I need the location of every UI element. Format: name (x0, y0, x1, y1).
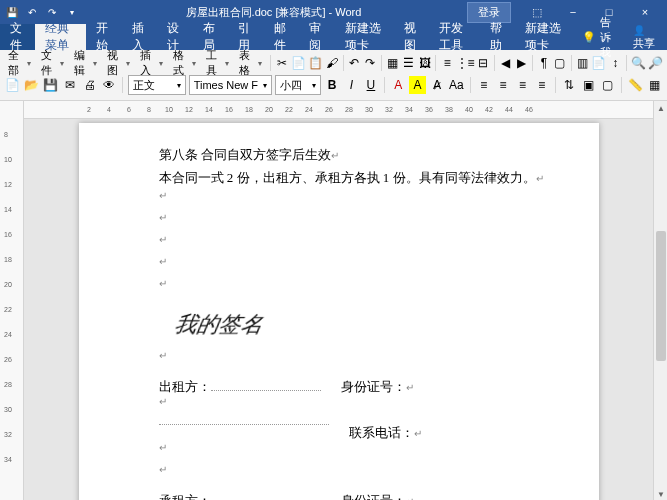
vertical-scrollbar[interactable]: ▲ ▼ (653, 101, 667, 500)
find-icon[interactable]: 🔎 (648, 54, 663, 72)
save2-icon[interactable]: 💾 (43, 76, 59, 94)
menu-edit[interactable]: 编辑 (70, 46, 101, 80)
dec-indent-icon[interactable]: ◀ (499, 54, 513, 72)
tell-me[interactable]: 💡 告诉我 (574, 15, 623, 60)
scroll-up-icon[interactable]: ▲ (654, 101, 667, 115)
italic-button[interactable]: I (343, 76, 359, 94)
empty-para (159, 234, 549, 256)
share-label: 共享 (633, 37, 655, 49)
ribbon: 全部 文件 编辑 视图 插入 格式 工具 表格 ✂ 📄 📋 🖌 ↶ ↷ ▦ ☰ … (0, 50, 667, 101)
workspace: 8 10 12 14 16 18 20 22 24 26 28 30 32 34… (0, 101, 667, 500)
menu-all[interactable]: 全部 (4, 46, 35, 80)
empty-para (159, 350, 549, 372)
border2-icon[interactable]: ▢ (600, 76, 616, 94)
font-combo[interactable]: Times New F▾ (189, 75, 272, 95)
underline-button[interactable]: U (363, 76, 379, 94)
redo2-icon[interactable]: ↷ (363, 54, 377, 72)
align-center-icon[interactable]: ≡ (495, 76, 511, 94)
tab-devtools[interactable]: 开发工具 (429, 24, 480, 50)
id-label-2: 身份证号： (341, 492, 406, 500)
zoom-icon[interactable]: 🔍 (631, 54, 646, 72)
share-icon: 👤 (633, 25, 645, 36)
signature-image: 我的签名 (172, 310, 551, 340)
style-combo[interactable]: 正文▾ (128, 75, 185, 95)
image-icon[interactable]: 🖼 (418, 54, 432, 72)
tab-newtab1[interactable]: 新建选项卡 (335, 24, 394, 50)
multilevel-icon[interactable]: ⊟ (476, 54, 490, 72)
empty-para (159, 256, 549, 278)
borders-icon[interactable]: ▢ (553, 54, 567, 72)
align-right-icon[interactable]: ≡ (514, 76, 530, 94)
tab-review[interactable]: 审阅 (299, 24, 334, 50)
table-icon[interactable]: ▦ (386, 54, 400, 72)
font-value: Times New F (194, 79, 258, 91)
qat-more-icon[interactable]: ▾ (64, 4, 80, 20)
tab-help[interactable]: 帮助 (480, 24, 515, 50)
bullets-icon[interactable]: ≡ (440, 54, 454, 72)
phonetic-icon[interactable]: Aa (448, 76, 464, 94)
lessee-label: 承租方： (159, 492, 211, 500)
new-doc-icon[interactable]: 📄 (4, 76, 20, 94)
undo2-icon[interactable]: ↶ (348, 54, 362, 72)
align-left-icon[interactable]: ≡ (475, 76, 491, 94)
horizontal-ruler[interactable]: 2468101214161820222426283032343638404244… (24, 101, 653, 119)
style-value: 正文 (133, 78, 155, 93)
row-icon[interactable]: ☰ (402, 54, 416, 72)
print-icon[interactable]: 🖨 (82, 76, 98, 94)
ribbon-menu-row: 全部 文件 编辑 视图 插入 格式 工具 表格 ✂ 📄 📋 🖌 ↶ ↷ ▦ ☰ … (4, 52, 663, 74)
page-icon[interactable]: 📄 (591, 54, 606, 72)
ruler-icon[interactable]: 📏 (627, 76, 643, 94)
vertical-ruler[interactable]: 8 10 12 14 16 18 20 22 24 26 28 30 32 34 (0, 101, 24, 500)
numbering-icon[interactable]: ⋮≡ (456, 54, 474, 72)
inc-indent-icon[interactable]: ▶ (514, 54, 528, 72)
scrollbar-thumb[interactable] (656, 231, 666, 361)
size-value: 小四 (280, 78, 302, 93)
scroll-down-icon[interactable]: ▼ (654, 487, 667, 500)
clause-title: 第八条 合同自双方签字后生效 (159, 143, 549, 166)
undo-icon[interactable]: ↶ (24, 4, 40, 20)
bold-button[interactable]: B (324, 76, 340, 94)
empty-para (159, 190, 549, 212)
tab-newtab2[interactable]: 新建选项卡 (515, 24, 574, 50)
document-area[interactable]: 2468101214161820222426283032343638404244… (24, 101, 653, 500)
open-icon[interactable]: 📂 (23, 76, 39, 94)
lightbulb-icon: 💡 (582, 31, 596, 44)
phone-label: 联系电话： (349, 424, 414, 442)
align-justify-icon[interactable]: ≡ (534, 76, 550, 94)
window-title: 房屋出租合同.doc [兼容模式] - Word (80, 5, 467, 20)
copy-icon[interactable]: 📄 (291, 54, 306, 72)
tab-view[interactable]: 视图 (394, 24, 429, 50)
save-icon[interactable]: 💾 (4, 4, 20, 20)
tab-mailings[interactable]: 邮件 (264, 24, 299, 50)
empty-para (159, 212, 549, 234)
highlight-icon[interactable]: A (409, 76, 425, 94)
lessor-label: 出租方： (159, 378, 211, 396)
empty-para (159, 442, 549, 464)
clear-format-icon[interactable]: A̷ (429, 76, 445, 94)
paste-icon[interactable]: 📋 (308, 54, 323, 72)
lessee-row: 承租方： 身份证号： (159, 492, 549, 500)
format-painter-icon[interactable]: 🖌 (325, 54, 339, 72)
mail-icon[interactable]: ✉ (62, 76, 78, 94)
clause-body: 本合同一式 2 份，出租方、承租方各执 1 份。具有同等法律效力。 (159, 166, 549, 189)
columns-icon[interactable]: ▥ (576, 54, 590, 72)
lessor-row: 出租方： 身份证号： (159, 378, 549, 396)
empty-para (159, 278, 549, 300)
tell-me-label: 告诉我 (600, 15, 615, 60)
show-marks-icon[interactable]: ¶ (537, 54, 551, 72)
cut-icon[interactable]: ✂ (275, 54, 289, 72)
line-spacing-icon[interactable]: ⇅ (561, 76, 577, 94)
ribbon-format-row: 📄 📂 💾 ✉ 🖨 👁 正文▾ Times New F▾ 小四▾ B I U A… (4, 74, 663, 96)
close-icon[interactable]: × (627, 0, 663, 24)
menu-file[interactable]: 文件 (37, 46, 68, 80)
redo-icon[interactable]: ↷ (44, 4, 60, 20)
size-combo[interactable]: 小四▾ (275, 75, 321, 95)
text-direction-icon[interactable]: ↕ (608, 54, 622, 72)
font-color-icon[interactable]: A (390, 76, 406, 94)
shading-icon[interactable]: ▣ (580, 76, 596, 94)
share-button[interactable]: 👤 共享 (623, 24, 667, 51)
gridlines-icon[interactable]: ▦ (646, 76, 662, 94)
preview-icon[interactable]: 👁 (101, 76, 117, 94)
page[interactable]: 第八条 合同自双方签字后生效 本合同一式 2 份，出租方、承租方各执 1 份。具… (79, 123, 599, 500)
empty-para (159, 464, 549, 486)
